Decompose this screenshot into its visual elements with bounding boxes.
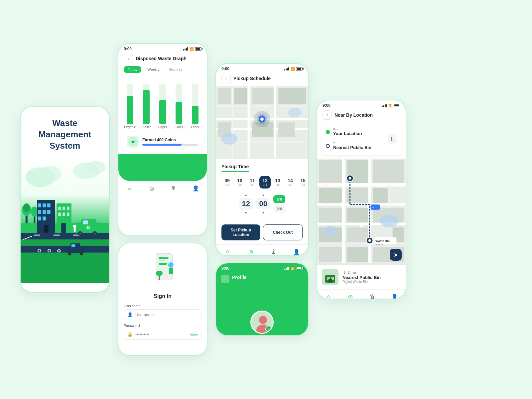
- svg-rect-28: [63, 207, 65, 210]
- battery-icon: [296, 67, 303, 70]
- svg-rect-99: [373, 160, 404, 183]
- wifi-icon: 📶: [291, 67, 295, 71]
- bar-chart: Organic Plastic Paper: [118, 76, 207, 129]
- screen-header: ‹ Pickup Schedule: [216, 71, 308, 86]
- svg-rect-110: [347, 247, 368, 262]
- minute-up-arrow[interactable]: ▲: [261, 193, 266, 198]
- svg-rect-100: [319, 188, 342, 203]
- svg-rect-8: [34, 235, 40, 236]
- svg-point-1: [39, 166, 62, 182]
- svg-text:→: →: [372, 206, 375, 209]
- route-to-row: To Nearest Public Bin: [326, 140, 388, 151]
- pickup-map: [216, 86, 308, 159]
- am-button[interactable]: am: [273, 195, 286, 203]
- nav-location-icon[interactable]: ◎: [347, 293, 354, 299]
- nav-trash-icon[interactable]: 🗑: [369, 293, 376, 299]
- set-pickup-location-button[interactable]: Set Pickup Location: [221, 224, 260, 240]
- walk-icon: 🚶: [342, 271, 346, 274]
- svg-text:★: ★: [131, 139, 135, 144]
- to-dot-icon: [326, 144, 330, 148]
- nav-home-icon[interactable]: ⌂: [224, 248, 231, 255]
- hour-spinner: ▲ 12 ▼: [239, 193, 253, 215]
- status-icons: 📶: [183, 47, 201, 51]
- splash-title-area: Waste Management System: [21, 107, 109, 157]
- bottom-navigation: ⌂ ◎ 🗑 👤: [216, 244, 308, 256]
- svg-rect-107: [347, 227, 368, 242]
- svg-rect-77: [278, 122, 295, 137]
- username-field[interactable]: 👤: [124, 309, 201, 320]
- username-input[interactable]: [135, 313, 198, 317]
- bottom-navigation: ⌂ ◎ 🗑 👤: [118, 181, 207, 195]
- svg-rect-103: [319, 208, 342, 222]
- back-button[interactable]: ‹: [323, 110, 332, 120]
- signin-title: Sign In: [118, 293, 207, 299]
- swap-route-button[interactable]: ⇅: [388, 134, 397, 144]
- coins-progress-bar: [142, 144, 198, 146]
- minute-value: 00: [256, 198, 271, 209]
- nav-location-icon[interactable]: ◎: [247, 248, 254, 255]
- nav-profile-icon[interactable]: 👤: [192, 185, 200, 192]
- svg-text:300 M: 300 M: [375, 243, 383, 246]
- password-label: Password: [124, 324, 201, 328]
- signal-icon: [382, 104, 387, 107]
- nav-home-icon[interactable]: ⌂: [325, 293, 332, 299]
- back-button[interactable]: ‹: [221, 74, 231, 83]
- back-button[interactable]: ‹: [221, 275, 229, 283]
- tab-monthly[interactable]: Monthly: [165, 66, 186, 73]
- date-15[interactable]: 15Jul: [297, 176, 309, 189]
- password-input[interactable]: [135, 332, 187, 337]
- nav-trash-icon[interactable]: 🗑: [270, 248, 277, 255]
- date-num: 09: [224, 178, 230, 183]
- route-map: → Waste Bin 300 M ➤: [317, 159, 406, 265]
- tab-today[interactable]: Today: [124, 66, 141, 73]
- svg-rect-102: [373, 188, 387, 203]
- hour-down-arrow[interactable]: ▼: [244, 210, 248, 215]
- svg-rect-9: [54, 235, 60, 236]
- lock-icon: 🔒: [127, 332, 133, 337]
- signal-icon: [284, 67, 289, 70]
- date-11[interactable]: 11Jul: [247, 176, 258, 189]
- bar-paper: Paper: [156, 84, 169, 129]
- status-bar: 9:00 📶: [118, 44, 207, 51]
- compass-button-area: ➤: [390, 249, 402, 261]
- date-09[interactable]: 09Jul: [221, 176, 233, 189]
- date-10[interactable]: 10Jul: [234, 176, 245, 189]
- tab-weekly[interactable]: Weekly: [143, 66, 163, 73]
- svg-rect-60: [159, 257, 169, 259]
- svg-point-115: [349, 177, 351, 180]
- coins-card: ★ Earned 400 Coins: [122, 132, 203, 152]
- pm-button[interactable]: pm: [273, 204, 286, 212]
- date-12-selected[interactable]: 12Jul: [259, 176, 271, 189]
- svg-rect-62: [159, 263, 167, 265]
- date-row: 09Jul 10Jul 11Jul 12Jul 13Jul 14Jul 15Ju…: [221, 176, 303, 189]
- splash-illustration: ♻ ♻ ♻ ♻: [21, 157, 109, 283]
- pickup-time-card: Pickup Time 09Jul 10Jul 11Jul 12Jul 13Ju…: [216, 159, 308, 224]
- navigate-button[interactable]: ➤: [390, 249, 402, 261]
- nav-home-icon[interactable]: ⌂: [126, 185, 133, 192]
- check-out-button[interactable]: Check Out: [263, 224, 303, 240]
- view-password-button[interactable]: View: [190, 332, 198, 336]
- route-divider: [326, 139, 388, 139]
- svg-rect-19: [47, 203, 51, 207]
- date-14[interactable]: 14Jul: [285, 176, 296, 189]
- nav-location-icon[interactable]: ◎: [148, 185, 155, 192]
- hour-up-arrow[interactable]: ▲: [244, 193, 248, 198]
- nav-profile-icon[interactable]: 👤: [391, 293, 398, 299]
- svg-rect-109: [319, 247, 342, 262]
- password-field[interactable]: 🔒 View: [124, 329, 201, 340]
- screen-header: ‹ Near By Location: [317, 108, 406, 122]
- signin-screen: Sign In Username 👤 Password 🔒 View: [118, 243, 207, 356]
- from-info: From Your Location: [333, 128, 388, 136]
- svg-point-117: [368, 239, 371, 242]
- svg-rect-24: [43, 217, 46, 221]
- profile-title: Profile: [232, 275, 247, 280]
- profile-avatar: ✓: [250, 311, 274, 334]
- date-13[interactable]: 13Jul: [272, 176, 283, 189]
- minute-down-arrow[interactable]: ▼: [261, 210, 266, 215]
- back-button[interactable]: ‹: [124, 54, 133, 63]
- svg-point-45: [68, 252, 71, 256]
- nav-trash-icon[interactable]: 🗑: [170, 185, 177, 192]
- svg-point-50: [73, 225, 76, 228]
- nav-profile-icon[interactable]: 👤: [293, 248, 300, 255]
- svg-rect-51: [74, 228, 76, 232]
